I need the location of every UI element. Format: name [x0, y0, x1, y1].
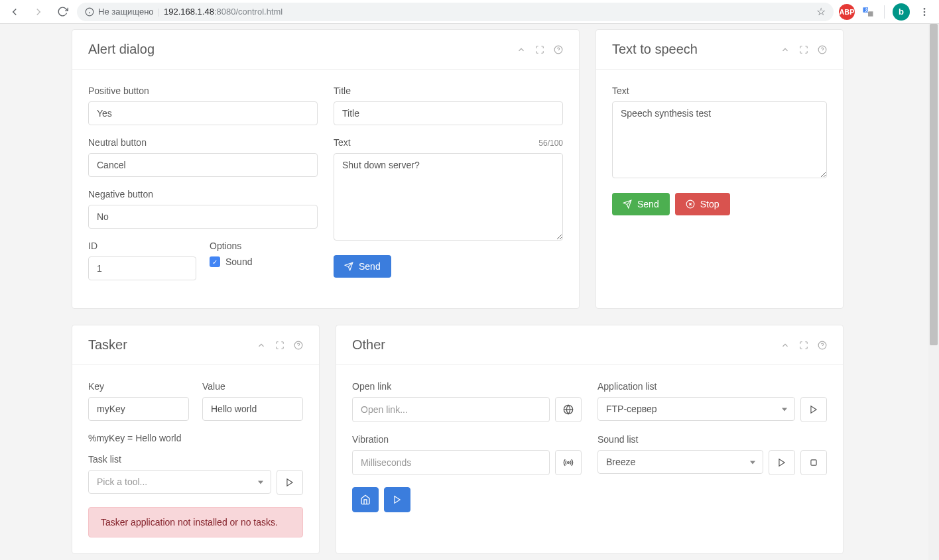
svg-rect-4 — [868, 11, 873, 17]
menu-button[interactable] — [915, 3, 934, 21]
info-icon — [85, 7, 94, 17]
svg-text:文: 文 — [864, 7, 869, 12]
star-icon[interactable]: ☆ — [816, 5, 826, 18]
browser-toolbar: Не защищено | 192.168.1.48:8080/control.… — [0, 0, 939, 24]
svg-point-8 — [924, 14, 926, 16]
url-text: 192.168.1.48:8080/control.html — [164, 7, 282, 17]
profile-avatar[interactable]: b — [893, 3, 910, 21]
security-status: Не защищено — [98, 7, 154, 17]
forward-button[interactable] — [29, 3, 48, 21]
svg-point-7 — [924, 11, 926, 13]
extension-translate-icon[interactable]: 文 — [860, 4, 876, 20]
back-button[interactable] — [5, 3, 24, 21]
svg-point-6 — [924, 8, 926, 10]
extension-abp-icon[interactable]: ABP — [839, 4, 855, 20]
address-bar[interactable]: Не защищено | 192.168.1.48:8080/control.… — [77, 3, 834, 21]
reload-button[interactable] — [53, 3, 72, 21]
